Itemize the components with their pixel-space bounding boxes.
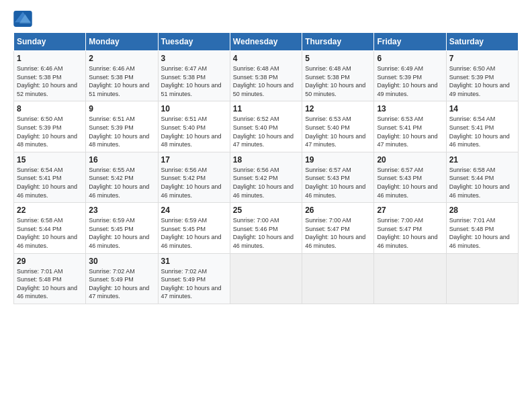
day-info: Sunrise: 6:53 AMSunset: 5:40 PMDaylight:… [305,115,371,148]
calendar-week-row: 1Sunrise: 6:46 AMSunset: 5:38 PMDaylight… [14,51,519,101]
calendar-cell: 31Sunrise: 7:02 AMSunset: 5:49 PMDayligh… [158,253,230,304]
day-number: 19 [305,155,371,165]
col-header-saturday: Saturday [446,33,518,51]
day-info: Sunrise: 7:01 AMSunset: 5:48 PMDaylight:… [17,267,83,301]
col-header-monday: Monday [86,33,158,51]
calendar-cell: 20Sunrise: 6:57 AMSunset: 5:43 PMDayligh… [374,152,446,202]
day-info: Sunrise: 6:53 AMSunset: 5:41 PMDaylight:… [377,115,443,148]
calendar-week-row: 29Sunrise: 7:01 AMSunset: 5:48 PMDayligh… [14,253,519,304]
calendar-cell: 9Sunrise: 6:51 AMSunset: 5:39 PMDaylight… [86,101,158,152]
calendar-cell: 10Sunrise: 6:51 AMSunset: 5:40 PMDayligh… [158,101,230,152]
calendar-cell: 22Sunrise: 6:58 AMSunset: 5:44 PMDayligh… [14,203,86,253]
calendar-cell [446,253,518,304]
col-header-thursday: Thursday [302,33,374,51]
calendar-cell: 23Sunrise: 6:59 AMSunset: 5:45 PMDayligh… [86,203,158,253]
calendar-cell: 1Sunrise: 6:46 AMSunset: 5:38 PMDaylight… [14,51,86,101]
calendar-cell: 19Sunrise: 6:57 AMSunset: 5:43 PMDayligh… [302,152,374,202]
calendar-cell: 28Sunrise: 7:01 AMSunset: 5:48 PMDayligh… [446,203,518,253]
day-number: 11 [233,104,299,113]
day-info: Sunrise: 7:02 AMSunset: 5:49 PMDaylight:… [89,267,154,301]
day-info: Sunrise: 6:48 AMSunset: 5:38 PMDaylight:… [233,64,299,98]
day-info: Sunrise: 6:50 AMSunset: 5:39 PMDaylight:… [449,64,515,98]
page-header [13,11,519,27]
day-info: Sunrise: 6:51 AMSunset: 5:39 PMDaylight:… [89,115,154,148]
calendar-cell: 13Sunrise: 6:53 AMSunset: 5:41 PMDayligh… [374,101,446,152]
calendar-week-row: 8Sunrise: 6:50 AMSunset: 5:39 PMDaylight… [14,101,519,152]
calendar-cell: 16Sunrise: 6:55 AMSunset: 5:42 PMDayligh… [86,152,158,202]
calendar-cell [374,253,446,304]
calendar-cell: 26Sunrise: 7:00 AMSunset: 5:47 PMDayligh… [302,203,374,253]
day-info: Sunrise: 6:54 AMSunset: 5:41 PMDaylight:… [449,115,515,148]
day-number: 29 [17,257,83,266]
day-number: 13 [377,104,443,113]
calendar-cell: 12Sunrise: 6:53 AMSunset: 5:40 PMDayligh… [302,101,374,152]
day-info: Sunrise: 7:02 AMSunset: 5:49 PMDaylight:… [161,267,227,301]
calendar-week-row: 22Sunrise: 6:58 AMSunset: 5:44 PMDayligh… [14,203,519,253]
day-number: 4 [233,54,299,63]
day-info: Sunrise: 6:46 AMSunset: 5:38 PMDaylight:… [89,64,154,98]
day-number: 25 [233,205,299,215]
day-number: 30 [89,257,154,266]
col-header-friday: Friday [374,33,446,51]
day-info: Sunrise: 6:47 AMSunset: 5:38 PMDaylight:… [161,64,227,98]
day-info: Sunrise: 6:48 AMSunset: 5:38 PMDaylight:… [305,64,371,98]
calendar-cell: 8Sunrise: 6:50 AMSunset: 5:39 PMDaylight… [14,101,86,152]
day-number: 5 [305,54,371,63]
day-number: 10 [161,104,227,113]
day-number: 2 [89,54,154,63]
day-info: Sunrise: 6:50 AMSunset: 5:39 PMDaylight:… [17,115,83,148]
day-number: 18 [233,155,299,165]
calendar-cell: 14Sunrise: 6:54 AMSunset: 5:41 PMDayligh… [446,101,518,152]
day-number: 15 [17,155,83,165]
calendar-cell: 30Sunrise: 7:02 AMSunset: 5:49 PMDayligh… [86,253,158,304]
day-info: Sunrise: 6:59 AMSunset: 5:45 PMDaylight:… [89,216,154,250]
day-number: 17 [161,155,227,165]
day-info: Sunrise: 6:54 AMSunset: 5:41 PMDaylight:… [17,166,83,199]
day-number: 20 [377,155,443,165]
calendar-cell: 27Sunrise: 7:00 AMSunset: 5:47 PMDayligh… [374,203,446,253]
calendar-cell: 17Sunrise: 6:56 AMSunset: 5:42 PMDayligh… [158,152,230,202]
day-number: 31 [161,257,227,266]
day-info: Sunrise: 6:56 AMSunset: 5:42 PMDaylight:… [161,166,227,199]
calendar-header-row: SundayMondayTuesdayWednesdayThursdayFrid… [14,33,519,51]
calendar-cell: 29Sunrise: 7:01 AMSunset: 5:48 PMDayligh… [14,253,86,304]
day-number: 3 [161,54,227,63]
calendar-cell: 7Sunrise: 6:50 AMSunset: 5:39 PMDaylight… [446,51,518,101]
calendar-cell: 5Sunrise: 6:48 AMSunset: 5:38 PMDaylight… [302,51,374,101]
calendar-cell: 21Sunrise: 6:58 AMSunset: 5:44 PMDayligh… [446,152,518,202]
calendar-cell: 24Sunrise: 6:59 AMSunset: 5:45 PMDayligh… [158,203,230,253]
day-number: 16 [89,155,154,165]
day-number: 26 [305,205,371,215]
calendar-cell [302,253,374,304]
calendar-cell [230,253,302,304]
logo [13,11,35,27]
col-header-wednesday: Wednesday [230,33,302,51]
day-number: 1 [17,54,83,63]
calendar-table: SundayMondayTuesdayWednesdayThursdayFrid… [13,32,519,304]
day-info: Sunrise: 7:00 AMSunset: 5:46 PMDaylight:… [233,216,299,250]
day-number: 12 [305,104,371,113]
calendar-week-row: 15Sunrise: 6:54 AMSunset: 5:41 PMDayligh… [14,152,519,202]
day-number: 28 [449,205,515,215]
calendar-cell: 6Sunrise: 6:49 AMSunset: 5:39 PMDaylight… [374,51,446,101]
day-number: 8 [17,104,83,113]
calendar-cell: 25Sunrise: 7:00 AMSunset: 5:46 PMDayligh… [230,203,302,253]
col-header-tuesday: Tuesday [158,33,230,51]
day-info: Sunrise: 6:46 AMSunset: 5:38 PMDaylight:… [17,64,83,98]
page-container: SundayMondayTuesdayWednesdayThursdayFrid… [0,0,532,311]
day-number: 24 [161,205,227,215]
day-info: Sunrise: 6:59 AMSunset: 5:45 PMDaylight:… [161,216,227,250]
day-number: 21 [449,155,515,165]
day-number: 9 [89,104,154,113]
calendar-cell: 11Sunrise: 6:52 AMSunset: 5:40 PMDayligh… [230,101,302,152]
day-number: 22 [17,205,83,215]
day-info: Sunrise: 6:57 AMSunset: 5:43 PMDaylight:… [305,166,371,199]
day-info: Sunrise: 6:55 AMSunset: 5:42 PMDaylight:… [89,166,154,199]
day-info: Sunrise: 7:00 AMSunset: 5:47 PMDaylight:… [377,216,443,250]
logo-icon [13,11,32,27]
calendar-cell: 4Sunrise: 6:48 AMSunset: 5:38 PMDaylight… [230,51,302,101]
day-info: Sunrise: 6:51 AMSunset: 5:40 PMDaylight:… [161,115,227,148]
col-header-sunday: Sunday [14,33,86,51]
day-info: Sunrise: 6:58 AMSunset: 5:44 PMDaylight:… [449,166,515,199]
day-number: 6 [377,54,443,63]
